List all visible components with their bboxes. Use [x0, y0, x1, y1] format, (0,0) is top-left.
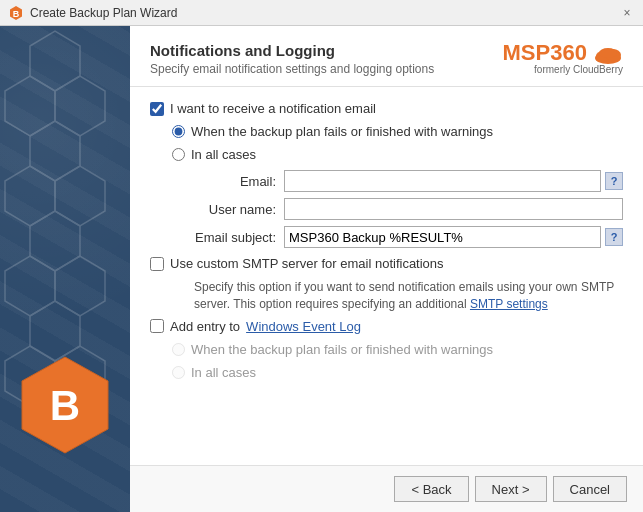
- close-button[interactable]: ×: [619, 5, 635, 21]
- username-input-wrap: [284, 198, 623, 220]
- radio-all-label[interactable]: In all cases: [172, 147, 256, 162]
- radio-fail-label[interactable]: When the backup plan fails or finished w…: [172, 124, 493, 139]
- svg-marker-8: [30, 211, 80, 271]
- radio-fail-text: When the backup plan fails or finished w…: [191, 124, 493, 139]
- notification-checkbox[interactable]: [150, 102, 164, 116]
- svg-marker-7: [55, 166, 105, 226]
- svg-marker-3: [5, 76, 55, 136]
- event-log-label-before: Add entry to: [170, 319, 240, 334]
- smtp-checkbox-label[interactable]: Use custom SMTP server for email notific…: [150, 256, 444, 271]
- event-fail-radio-row: When the backup plan fails or finished w…: [172, 342, 623, 357]
- main-layout: B Notifications and Logging Specify emai…: [0, 26, 643, 512]
- svg-marker-2: [30, 31, 80, 91]
- event-fail-radio: [172, 343, 185, 356]
- msp-logo-tagline: formerly CloudBerry: [534, 64, 623, 75]
- logo-hex-shape: B: [20, 355, 110, 459]
- notification-checkbox-label[interactable]: I want to receive a notification email: [150, 101, 376, 116]
- username-label: User name:: [194, 202, 284, 217]
- radio-all-row: In all cases: [172, 147, 623, 162]
- smtp-desc-text: Specify this option if you want to send …: [194, 280, 614, 311]
- radio-all[interactable]: [172, 148, 185, 161]
- subject-field-row: Email subject: ?: [194, 226, 623, 248]
- footer: < Back Next > Cancel: [130, 465, 643, 512]
- svg-marker-4: [55, 76, 105, 136]
- email-help-button[interactable]: ?: [605, 172, 623, 190]
- subject-help-button[interactable]: ?: [605, 228, 623, 246]
- subject-input[interactable]: [284, 226, 601, 248]
- radio-fail[interactable]: [172, 125, 185, 138]
- smtp-description: Specify this option if you want to send …: [194, 279, 623, 313]
- smtp-checkbox[interactable]: [150, 257, 164, 271]
- msp-logo-text: MSP360: [502, 42, 623, 64]
- svg-marker-6: [5, 166, 55, 226]
- svg-marker-10: [55, 256, 105, 316]
- event-log-checkbox-row: Add entry to Windows Event Log: [150, 319, 623, 334]
- subject-input-wrap: ?: [284, 226, 623, 248]
- svg-text:B: B: [50, 382, 80, 429]
- svg-point-19: [599, 48, 617, 58]
- title-bar: B Create Backup Plan Wizard ×: [0, 0, 643, 26]
- username-field-row: User name:: [194, 198, 623, 220]
- cloud-icon: [593, 44, 623, 64]
- event-all-radio-label: In all cases: [172, 365, 256, 380]
- smtp-label: Use custom SMTP server for email notific…: [170, 256, 444, 271]
- windows-event-log-link[interactable]: Windows Event Log: [246, 319, 361, 334]
- event-log-checkbox[interactable]: [150, 319, 164, 333]
- email-input-wrap: ?: [284, 170, 623, 192]
- smtp-checkbox-row: Use custom SMTP server for email notific…: [150, 256, 623, 271]
- page-title: Notifications and Logging: [150, 42, 434, 59]
- msp-logo: MSP360 formerly CloudBerry: [502, 42, 623, 75]
- notification-label: I want to receive a notification email: [170, 101, 376, 116]
- email-field-row: Email: ?: [194, 170, 623, 192]
- svg-marker-11: [30, 301, 80, 361]
- content-area: Notifications and Logging Specify email …: [130, 26, 643, 512]
- header-titles: Notifications and Logging Specify email …: [150, 42, 434, 76]
- smtp-settings-link[interactable]: SMTP settings: [470, 297, 548, 311]
- radio-all-text: In all cases: [191, 147, 256, 162]
- username-input[interactable]: [284, 198, 623, 220]
- next-button[interactable]: Next >: [475, 476, 547, 502]
- event-all-text: In all cases: [191, 365, 256, 380]
- sidebar: B: [0, 26, 130, 512]
- content-header: Notifications and Logging Specify email …: [130, 26, 643, 87]
- email-input[interactable]: [284, 170, 601, 192]
- page-subtitle: Specify email notification settings and …: [150, 62, 434, 76]
- event-log-checkbox-label[interactable]: Add entry to Windows Event Log: [150, 319, 361, 334]
- app-icon: B: [8, 5, 24, 21]
- subject-label: Email subject:: [194, 230, 284, 245]
- sidebar-logo: B: [20, 355, 110, 462]
- notification-checkbox-row: I want to receive a notification email: [150, 101, 623, 116]
- back-button[interactable]: < Back: [394, 476, 468, 502]
- cancel-button[interactable]: Cancel: [553, 476, 627, 502]
- svg-text:B: B: [13, 9, 20, 19]
- title-bar-text: Create Backup Plan Wizard: [30, 6, 613, 20]
- event-fail-text: When the backup plan fails or finished w…: [191, 342, 493, 357]
- email-label: Email:: [194, 174, 284, 189]
- svg-marker-5: [30, 121, 80, 181]
- form-content: I want to receive a notification email W…: [130, 87, 643, 465]
- radio-fail-row: When the backup plan fails or finished w…: [172, 124, 623, 139]
- svg-marker-9: [5, 256, 55, 316]
- event-fail-radio-label: When the backup plan fails or finished w…: [172, 342, 493, 357]
- event-all-radio-row: In all cases: [172, 365, 623, 380]
- event-all-radio: [172, 366, 185, 379]
